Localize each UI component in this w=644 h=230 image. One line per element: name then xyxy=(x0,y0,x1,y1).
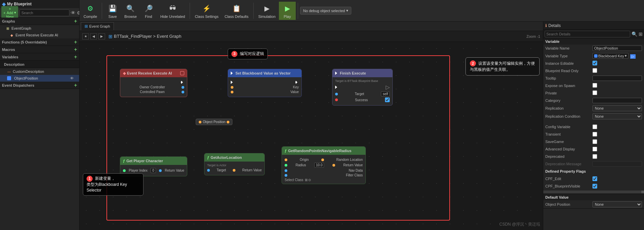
functions-section[interactable]: Functions (5 Overridable) + xyxy=(0,38,79,46)
get-random-node[interactable]: ƒ GetRandomPointInNavigableRadius Origin… xyxy=(282,146,366,184)
transient-checkbox[interactable] xyxy=(592,132,597,137)
value-pin[interactable] xyxy=(231,91,233,93)
exec-out-pin[interactable] xyxy=(181,80,184,84)
find-button[interactable]: 🔎 Find xyxy=(140,2,157,20)
var-name-input[interactable] xyxy=(592,46,642,51)
get-random-icon: ƒ xyxy=(285,149,287,153)
replication-cond-select[interactable]: None xyxy=(592,113,642,119)
save-button[interactable]: 💾 Save xyxy=(104,2,121,20)
replication-select[interactable]: None xyxy=(592,105,642,111)
finish-out-triangle: ▷ xyxy=(386,84,390,90)
finish-execute-node[interactable]: Finish Execute Target is BTTask Blueprin… xyxy=(332,69,393,106)
description-section[interactable]: Description xyxy=(0,61,79,68)
event-icon: ◆ xyxy=(123,71,126,76)
finish-exec-in[interactable] xyxy=(335,86,339,89)
return-loc-pin[interactable] xyxy=(233,169,235,172)
ret-val2-pin[interactable] xyxy=(332,164,335,167)
target-pin[interactable] xyxy=(335,93,338,95)
finish-execute-title: Finish Execute xyxy=(340,71,366,75)
tooltip-input[interactable] xyxy=(592,76,642,81)
variable-section-header[interactable]: Variable xyxy=(543,38,644,45)
type-badge[interactable]: Blackboard Key ▾ xyxy=(592,53,629,59)
visibility-icon[interactable]: 👁 xyxy=(70,76,74,80)
finish-exec-icon xyxy=(335,71,339,75)
class-settings-button[interactable]: ⚡ Class Settings xyxy=(192,2,221,20)
event-graph-item[interactable]: ⊞ EventGraph xyxy=(0,25,79,32)
compile-button[interactable]: ⚙ Compile xyxy=(81,2,100,20)
event-receive-item[interactable]: ◆ Event Receive Execute AI xyxy=(0,32,79,38)
details-search-button[interactable]: 🔍 xyxy=(632,31,637,37)
dispatchers-label: Event Dispatchers xyxy=(2,83,34,87)
class-defaults-button[interactable]: 📋 Class Defaults xyxy=(222,2,251,20)
config-var-checkbox[interactable] xyxy=(592,124,597,129)
divider1 xyxy=(102,3,102,19)
hide-unrelated-button[interactable]: 🕶 Hide Unrelated xyxy=(158,2,188,20)
back-button[interactable]: ◀ xyxy=(90,33,97,39)
custom-desc-item[interactable]: — CustomDescription xyxy=(0,68,79,75)
add-function-button[interactable]: + xyxy=(74,39,77,45)
origin-pin[interactable] xyxy=(285,159,287,161)
replication-label: Replication xyxy=(545,106,592,110)
target-loc-pin[interactable] xyxy=(207,169,210,172)
obj-pos-label: ObjectPosition xyxy=(14,76,38,80)
var-name-value xyxy=(592,46,642,51)
nav-data-pin[interactable] xyxy=(285,169,287,172)
cpf-visible-checkbox[interactable] xyxy=(592,184,597,189)
add-variable-button[interactable]: + xyxy=(74,54,77,60)
advanced-display-checkbox[interactable] xyxy=(592,147,597,151)
instance-editable-checkbox[interactable] xyxy=(592,61,597,65)
key-pin[interactable] xyxy=(231,86,233,89)
add-dispatcher-button[interactable]: + xyxy=(74,82,77,88)
debug-filter[interactable]: No debug object selected ▾ xyxy=(300,7,351,15)
savegame-checkbox[interactable] xyxy=(592,139,597,144)
scroll-thumb[interactable] xyxy=(641,191,644,193)
set-exec-in-pin[interactable] xyxy=(231,81,234,84)
forward-button[interactable]: ▶ xyxy=(98,33,105,39)
rand-loc-pin[interactable] xyxy=(321,159,324,161)
success-checkbox[interactable] xyxy=(385,97,390,102)
return-val-pin[interactable] xyxy=(159,169,162,172)
filter-pin[interactable] xyxy=(285,174,287,177)
private-checkbox[interactable] xyxy=(592,90,597,95)
play-button[interactable]: ▶ Play xyxy=(279,2,296,20)
set-exec-out-pin[interactable] xyxy=(295,80,299,84)
radius-pin[interactable] xyxy=(285,164,287,167)
get-actor-loc-node[interactable]: ƒ GetActorLocation Target is Actor Targe… xyxy=(204,153,265,175)
config-var-label: Config Variable xyxy=(545,125,592,129)
success-pin[interactable] xyxy=(335,98,338,101)
cpf-edit-checkbox[interactable] xyxy=(592,176,597,181)
default-obj-pos-select[interactable]: None xyxy=(592,201,642,207)
default-value-header[interactable]: Default Value xyxy=(543,194,644,200)
type-array-button[interactable]: ▷ xyxy=(630,54,636,59)
browse-button[interactable]: 🔍 Browse xyxy=(122,2,139,20)
simulation-button[interactable]: ▶ Simulation xyxy=(256,2,278,20)
play-icon: ▶ xyxy=(282,3,293,14)
eye-button[interactable]: 👁 xyxy=(71,10,75,16)
blueprint-search-input[interactable] xyxy=(20,9,69,16)
obj-pos-pin[interactable] xyxy=(199,121,201,123)
variables-section[interactable]: Variables + xyxy=(0,53,79,61)
owner-controller-pin[interactable] xyxy=(182,86,184,89)
event-receive-node[interactable]: ◆ Event Receive Execute AI xyxy=(120,69,187,97)
set-bb-node[interactable]: Set Blackboard Value as Vector Key xyxy=(228,69,302,97)
controlled-pawn-pin[interactable] xyxy=(182,91,184,93)
deprecated-checkbox[interactable] xyxy=(592,154,597,159)
details-layout-button[interactable]: ⊞ xyxy=(639,31,643,37)
expose-spawn-checkbox[interactable] xyxy=(592,83,597,88)
details-search-input[interactable] xyxy=(545,31,630,37)
add-graph-button[interactable]: + xyxy=(74,18,77,24)
instance-editable-value xyxy=(592,61,642,66)
bp-read-only-checkbox[interactable] xyxy=(592,68,597,73)
event-graph-tab[interactable]: ⊞ Event Graph xyxy=(81,22,114,30)
player-index-in[interactable] xyxy=(123,169,126,172)
dispatchers-section[interactable]: Event Dispatchers + xyxy=(0,82,79,89)
object-position-item[interactable]: ObjectPosition 👁 xyxy=(0,75,79,82)
macros-section[interactable]: Macros + xyxy=(0,46,79,53)
obj-pos-out-pin[interactable] xyxy=(227,121,229,123)
var-name-label: Variable Name xyxy=(545,46,592,50)
object-position-value[interactable]: Object Position xyxy=(196,119,232,125)
star-button[interactable]: ★ xyxy=(82,33,89,39)
add-macro-button[interactable]: + xyxy=(74,47,77,53)
category-input[interactable] xyxy=(592,98,642,103)
graphs-section[interactable]: Graphs + xyxy=(0,18,79,25)
